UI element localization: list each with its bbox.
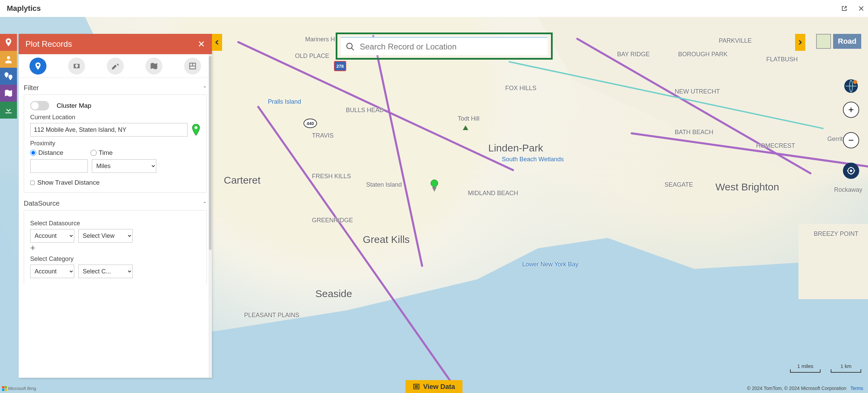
collapse-right-handle[interactable] (795, 34, 805, 51)
map-label: West Brighton (715, 181, 779, 193)
tab-location[interactable] (29, 58, 46, 75)
map-label: OLD PLACE (295, 53, 329, 60)
scale-km: 1 km (831, 369, 861, 373)
globe-icon[interactable] (843, 78, 859, 94)
zoom-out-button[interactable]: − (843, 132, 859, 148)
scale-miles: 1 miles (790, 369, 821, 373)
proximity-value-input[interactable] (30, 159, 88, 173)
time-radio[interactable]: Time (91, 149, 113, 157)
category-ds-select[interactable]: Account (30, 265, 74, 278)
panel-scrollbar[interactable] (209, 54, 212, 378)
map-type-label: Road (833, 34, 861, 49)
add-datasource-button[interactable]: + (30, 243, 40, 252)
map-label: PARKVILLE (719, 37, 752, 44)
title-bar: Maplytics (0, 0, 868, 17)
workspace: 278 440 Mariners HOLD PLACEPARKVILLEBAY … (0, 17, 868, 393)
map-label: Great Kills (363, 234, 410, 245)
panel-close-icon[interactable]: ✕ (198, 39, 205, 49)
map-label: TRAVIS (312, 132, 334, 139)
datasource-heading: DataSource (24, 200, 60, 207)
svg-point-7 (850, 170, 852, 172)
map-label: Lower New York Bay (522, 261, 578, 268)
map-type-selector[interactable]: Road (816, 34, 861, 49)
tab-layout[interactable] (184, 58, 201, 75)
panel-tabs (19, 54, 212, 78)
collapse-left-handle[interactable] (212, 34, 222, 51)
tab-draw[interactable] (107, 58, 124, 75)
svg-marker-0 (463, 125, 468, 130)
map-label: Linden-Park (488, 142, 543, 154)
close-window-icon[interactable] (858, 5, 865, 12)
map-label: Seaside (315, 288, 352, 299)
datasource-select[interactable]: Account (30, 229, 74, 243)
list-icon (413, 383, 420, 390)
search-icon (346, 42, 355, 51)
team-nav[interactable] (0, 51, 17, 68)
chevron-up-icon: ⌃ (203, 85, 207, 91)
view-select[interactable]: Select View (78, 229, 133, 243)
distance-radio[interactable]: Distance (30, 149, 63, 157)
plot-records-nav[interactable] (0, 34, 17, 51)
view-data-label: View Data (423, 383, 455, 391)
popout-icon[interactable] (841, 5, 848, 12)
show-travel-checkbox[interactable] (30, 181, 35, 185)
category-select[interactable]: Select C... (78, 265, 133, 278)
proximity-unit-select[interactable]: Miles (92, 159, 156, 173)
show-travel-label: Show Travel Distance (37, 179, 100, 186)
bing-attribution: Microsoft Bing (2, 386, 36, 391)
poi-nav[interactable] (0, 68, 17, 85)
left-nav (0, 34, 17, 119)
map-label: Pralls Island (268, 98, 301, 105)
cluster-map-label: Cluster Map (57, 102, 91, 109)
chevron-up-icon: ⌃ (203, 201, 207, 206)
tab-region[interactable] (68, 58, 85, 75)
search-input[interactable] (360, 42, 543, 51)
map-label: FOX HILLS (505, 85, 536, 92)
map-label: BREEZY POINT (814, 230, 859, 237)
map-label: Todt Hill (458, 115, 479, 122)
map-label: Rockaway (834, 186, 862, 193)
map-type-thumb (816, 34, 831, 49)
datasource-section-header[interactable]: DataSource ⌃ (24, 197, 207, 210)
svg-point-2 (347, 43, 352, 48)
tab-territory[interactable] (145, 58, 162, 75)
current-location-input[interactable] (30, 123, 188, 137)
route-278-badge: 278 (334, 61, 346, 71)
map-label: FRESH KILLS (312, 173, 351, 180)
zoom-in-button[interactable]: + (843, 102, 859, 118)
map-label: BOROUGH PARK (678, 51, 728, 58)
territory-nav[interactable] (0, 85, 17, 102)
panel-header: Plot Records ✕ (19, 34, 212, 54)
map-label: South Beach Wetlands (502, 156, 564, 163)
svg-point-1 (195, 126, 198, 129)
map-label: PLEASANT PLAINS (244, 312, 299, 319)
map-label: BULLS HEAD (346, 107, 384, 114)
app-title: Maplytics (7, 4, 41, 13)
location-pin-icon[interactable] (192, 124, 200, 136)
poi-marker (463, 125, 468, 131)
map-label: SEAGATE (665, 181, 693, 188)
map-label: NEW UTRECHT (675, 88, 720, 95)
filter-section-header[interactable]: Filter ⌃ (24, 81, 207, 95)
cluster-map-toggle[interactable] (30, 101, 49, 110)
map-label: Carteret (224, 174, 260, 186)
filter-heading: Filter (24, 84, 39, 92)
map-label: BAY RIDGE (617, 51, 650, 58)
proximity-label: Proximity (30, 140, 200, 147)
current-location-pin[interactable] (431, 180, 438, 192)
panel-body: Filter ⌃ Cluster Map Current Location Pr… (19, 78, 212, 378)
map-label: Mariners H (305, 36, 335, 43)
view-data-button[interactable]: View Data (406, 380, 462, 393)
panel-title: Plot Records (25, 39, 72, 49)
filter-section: Cluster Map Current Location Proximity D… (24, 95, 207, 193)
download-nav[interactable] (0, 102, 17, 119)
plot-records-panel: Plot Records ✕ Filter ⌃ Cluster Map Curr… (19, 34, 212, 378)
map-label: HOMECREST (756, 142, 795, 149)
terms-link[interactable]: Terms (850, 386, 863, 391)
map-label: BATH BEACH (675, 129, 713, 136)
datasource-section: Select Datasource Account Select View + … (24, 210, 207, 284)
locate-me-button[interactable] (843, 163, 859, 179)
search-highlight-frame (336, 33, 553, 60)
scalebar: 1 miles 1 km (790, 369, 861, 373)
route-440-badge: 440 (303, 119, 317, 128)
